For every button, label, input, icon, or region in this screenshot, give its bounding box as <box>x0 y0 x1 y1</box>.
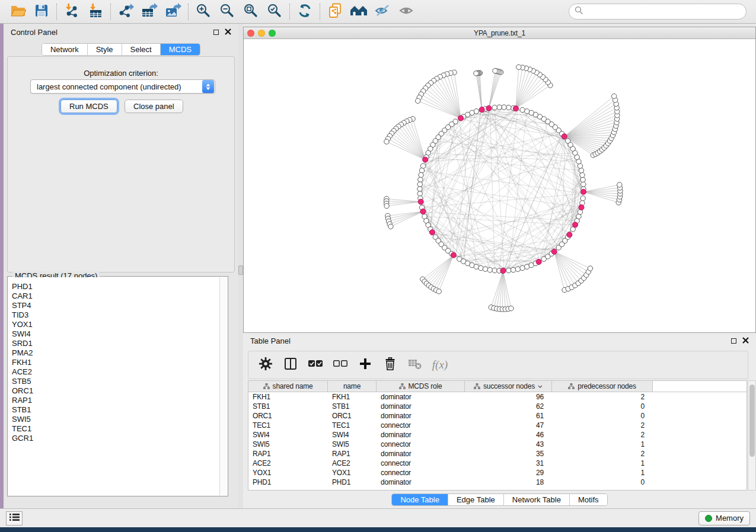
column-header-successor-nodes[interactable]: successor nodes <box>465 381 552 392</box>
save-session-button[interactable] <box>30 2 53 22</box>
deselect-all-button[interactable] <box>333 357 348 373</box>
table-settings-button[interactable] <box>258 357 273 373</box>
cell-name: PHD1 <box>328 478 377 486</box>
network-window-titlebar[interactable]: YPA_prune.txt_1 <box>244 27 755 39</box>
eye-slash-icon <box>374 4 391 20</box>
show-all-button[interactable] <box>394 2 418 22</box>
table-row[interactable]: RAP1 RAP1 dominator 35 2 <box>248 449 747 459</box>
optimization-criterion-label: Optimization criterion: <box>8 69 234 78</box>
float-panel-icon[interactable] <box>213 30 219 35</box>
splitter-grip[interactable] <box>238 265 243 275</box>
list-item[interactable]: ORC1 <box>8 386 219 396</box>
column-header-mcds-role[interactable]: MCDS role <box>377 381 465 392</box>
cell-mcds-role: connector <box>377 469 465 477</box>
network-canvas[interactable] <box>244 39 755 332</box>
table-row[interactable]: TEC1 TEC1 connector 47 2 <box>248 421 747 430</box>
first-neighbors-button[interactable] <box>347 2 371 22</box>
table-row[interactable]: SWI5 SWI5 connector 43 1 <box>248 440 747 449</box>
search-box[interactable] <box>569 4 747 20</box>
list-item[interactable]: SRD1 <box>8 339 219 348</box>
export-table-button[interactable] <box>138 2 161 22</box>
tab-edge-table[interactable]: Edge Table <box>448 494 504 505</box>
export-image-button[interactable] <box>161 2 185 22</box>
close-panel-icon[interactable] <box>225 27 231 37</box>
table-row[interactable]: FKH1 FKH1 dominator 96 2 <box>248 392 747 402</box>
tab-node-table[interactable]: Node Table <box>392 494 448 505</box>
zoom-in-button[interactable] <box>192 2 215 22</box>
list-item[interactable]: STP4 <box>8 301 219 310</box>
list-item[interactable]: YOX1 <box>8 320 219 329</box>
hide-selected-button[interactable] <box>371 2 394 22</box>
column-header-predecessor-nodes[interactable]: predecessor nodes <box>552 381 653 392</box>
show-columns-button[interactable] <box>283 357 298 373</box>
table-scrollbar[interactable] <box>748 380 756 491</box>
cell-successor-nodes: 35 <box>465 450 552 458</box>
table-row[interactable]: ORC1 ORC1 dominator 61 0 <box>248 411 747 421</box>
table-row[interactable]: SWI4 SWI4 dominator 46 2 <box>248 430 747 440</box>
scrollbar-thumb[interactable] <box>749 384 755 457</box>
column-header-name[interactable]: name <box>328 381 377 392</box>
table-panel: Table Panel f(x) shared name name MCDS r… <box>243 333 756 508</box>
list-item[interactable]: RAP1 <box>8 396 219 405</box>
table-row[interactable]: ACE2 ACE2 connector 31 1 <box>248 459 747 468</box>
zoom-out-button[interactable] <box>215 2 239 22</box>
list-item[interactable]: STB1 <box>8 405 219 415</box>
list-item[interactable]: TID3 <box>8 310 219 320</box>
list-item[interactable]: PHD1 <box>8 282 219 291</box>
vertical-splitter[interactable] <box>238 24 243 508</box>
result-list-scrollbar[interactable] <box>219 277 227 495</box>
cell-mcds-role: dominator <box>377 402 465 411</box>
tab-mcds[interactable]: MCDS <box>161 44 200 55</box>
cell-name: SWI5 <box>328 440 377 448</box>
list-item[interactable]: FKH1 <box>8 358 219 367</box>
duplicate-network-button[interactable] <box>323 2 347 22</box>
table-row[interactable]: PHD1 PHD1 dominator 18 0 <box>248 477 747 487</box>
list-item[interactable]: TEC1 <box>8 424 219 434</box>
tab-select[interactable]: Select <box>122 44 161 55</box>
attribute-icon <box>474 383 480 389</box>
search-input[interactable] <box>587 7 741 16</box>
cell-successor-nodes: 96 <box>465 393 552 401</box>
import-table-button[interactable] <box>84 2 107 22</box>
table-panel-tabs: Node Table Edge Table Network Table Moti… <box>243 493 756 506</box>
float-panel-icon[interactable] <box>731 338 736 344</box>
refresh-layout-button[interactable] <box>293 2 317 22</box>
run-mcds-button[interactable]: Run MCDS <box>60 100 117 113</box>
zoom-selected-button[interactable] <box>263 2 286 22</box>
network-graph[interactable] <box>244 39 755 332</box>
trash-icon <box>384 357 396 373</box>
task-history-button[interactable] <box>6 511 23 525</box>
open-session-button[interactable] <box>6 2 30 22</box>
select-all-button[interactable] <box>308 357 323 373</box>
tab-network-table[interactable]: Network Table <box>504 494 570 505</box>
tab-motifs[interactable]: Motifs <box>570 494 607 505</box>
list-item[interactable]: ACE2 <box>8 367 219 377</box>
close-panel-button[interactable]: Close panel <box>125 100 183 113</box>
mcds-panel: Optimization criterion: largest connecte… <box>7 56 235 273</box>
list-item[interactable]: CAR1 <box>8 291 219 301</box>
list-item[interactable]: GCR1 <box>8 434 219 443</box>
close-panel-icon[interactable] <box>742 335 749 346</box>
export-network-button[interactable] <box>114 2 138 22</box>
list-item[interactable]: PMA2 <box>8 348 219 358</box>
column-header-shared-name[interactable]: shared name <box>248 381 328 392</box>
criterion-dropdown[interactable]: largest connected component (undirected) <box>30 79 215 94</box>
open-folder-icon <box>10 4 26 20</box>
table-header-row: shared name name MCDS role successor nod… <box>248 381 747 392</box>
import-network-button[interactable] <box>60 2 84 22</box>
cell-successor-nodes: 46 <box>465 431 552 439</box>
checked-boxes-icon <box>308 360 323 370</box>
tab-style[interactable]: Style <box>88 44 122 55</box>
table-row[interactable]: YOX1 YOX1 connector 29 1 <box>248 468 747 477</box>
tab-network[interactable]: Network <box>42 44 88 55</box>
table-toolbar: f(x) <box>248 351 748 379</box>
list-item[interactable]: SWI5 <box>8 415 219 424</box>
add-column-button[interactable] <box>358 357 373 373</box>
delete-column-button[interactable] <box>382 357 398 373</box>
delete-table-button <box>407 357 423 373</box>
list-item[interactable]: STB5 <box>8 377 219 386</box>
zoom-fit-button[interactable] <box>239 2 263 22</box>
memory-button[interactable]: Memory <box>698 511 750 525</box>
table-row[interactable]: STB1 STB1 dominator 62 0 <box>248 402 747 411</box>
list-item[interactable]: SWI4 <box>8 329 219 339</box>
